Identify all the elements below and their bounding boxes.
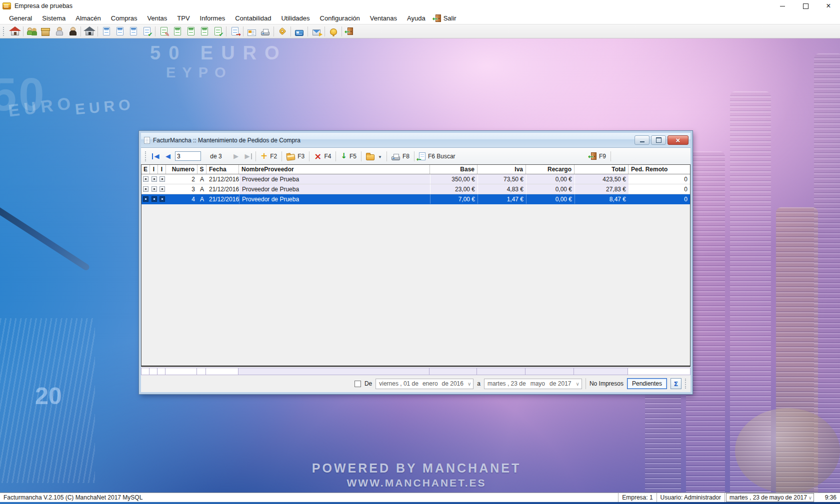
menu-item-general[interactable]: General bbox=[4, 13, 37, 23]
child-close-button[interactable] bbox=[668, 135, 688, 145]
exit-window-button[interactable]: F9 bbox=[588, 150, 609, 162]
column-header-i1[interactable]: I bbox=[150, 165, 158, 174]
menu-item-almacen[interactable]: Almacén bbox=[70, 13, 106, 23]
date-to-dropdown[interactable]: martes , 23 de mayo de 2017 ∨ bbox=[484, 379, 582, 389]
column-header-base[interactable]: Base bbox=[430, 165, 478, 174]
customer-button[interactable] bbox=[52, 25, 66, 38]
exit-button[interactable] bbox=[344, 25, 357, 38]
sales-doc-2-button[interactable] bbox=[184, 25, 198, 38]
open-record-button[interactable]: F3 bbox=[284, 150, 308, 162]
menu-item-utilidades[interactable]: Utilidades bbox=[276, 13, 314, 23]
row-flag-e-button[interactable] bbox=[143, 176, 148, 182]
home-button[interactable] bbox=[8, 25, 22, 38]
resize-grip[interactable] bbox=[685, 379, 688, 389]
totals-button[interactable]: Σ bbox=[670, 378, 682, 389]
sales-doc-edit-button[interactable] bbox=[157, 25, 170, 38]
column-header-e[interactable]: E bbox=[142, 165, 150, 174]
row-flag-i1-button[interactable] bbox=[152, 186, 157, 192]
print-record-button[interactable]: F8 bbox=[388, 150, 412, 162]
row-flag-i1-button[interactable] bbox=[152, 176, 157, 182]
maximize-button[interactable] bbox=[794, 0, 817, 12]
price-tag-button[interactable] bbox=[276, 25, 289, 38]
row-flag-i2-button[interactable] bbox=[160, 176, 165, 182]
table-row[interactable]: 2 A 21/12/2016 Proveedor de Prueba 350,0… bbox=[142, 174, 690, 184]
date-filter-checkbox[interactable] bbox=[354, 381, 361, 387]
menu-item-salir[interactable]: Salir bbox=[430, 13, 462, 23]
send-mail-button[interactable] bbox=[310, 25, 323, 38]
column-header-total[interactable]: Total bbox=[574, 165, 628, 174]
supplier-button[interactable] bbox=[66, 25, 79, 38]
menu-item-configuracion[interactable]: Configuración bbox=[315, 13, 365, 23]
purchase-doc-3-button[interactable] bbox=[126, 25, 140, 38]
previous-record-button[interactable] bbox=[162, 151, 174, 162]
download-button[interactable]: F5 bbox=[338, 150, 360, 162]
separator bbox=[155, 26, 156, 36]
record-number-input[interactable] bbox=[175, 151, 201, 161]
next-record-button[interactable] bbox=[230, 151, 242, 162]
close-button[interactable] bbox=[817, 0, 840, 12]
sales-doc-1-button[interactable] bbox=[170, 25, 184, 38]
separator bbox=[414, 151, 414, 161]
table-row-selected[interactable]: 4 A 21/12/2016 Proveedor de Prueba 7,00 … bbox=[142, 194, 690, 204]
print-button[interactable] bbox=[258, 25, 272, 38]
column-header-numero[interactable]: Numero bbox=[166, 165, 198, 174]
child-minimize-button[interactable] bbox=[634, 135, 650, 145]
report-button[interactable] bbox=[245, 25, 258, 38]
pendientes-button[interactable]: Pendientes bbox=[627, 378, 667, 389]
purchase-doc-1-button[interactable] bbox=[100, 25, 113, 38]
date-from-dropdown[interactable]: viernes , 01 de enero de 2016 ∨ bbox=[376, 379, 474, 389]
folder-menu-button[interactable] bbox=[363, 150, 385, 162]
row-flag-e-button[interactable] bbox=[143, 186, 148, 192]
column-header-iva[interactable]: Iva bbox=[478, 165, 526, 174]
menu-item-informes[interactable]: Informes bbox=[195, 13, 230, 23]
search-button[interactable]: F6 Buscar bbox=[416, 150, 458, 162]
column-header-proveedor[interactable]: NombreProveedor bbox=[239, 165, 430, 174]
delete-record-button[interactable]: F4 bbox=[311, 150, 334, 162]
separator bbox=[80, 26, 81, 36]
menu-item-sistema[interactable]: Sistema bbox=[37, 13, 70, 23]
purchase-doc-check-button[interactable] bbox=[140, 25, 154, 38]
toolbar-grip[interactable] bbox=[3, 27, 6, 36]
first-record-button[interactable] bbox=[150, 151, 162, 162]
sales-doc-3-button[interactable] bbox=[198, 25, 211, 38]
toolbar-grip[interactable] bbox=[145, 151, 148, 161]
row-flag-e-button[interactable] bbox=[143, 196, 148, 202]
row-flag-i1-button[interactable] bbox=[152, 196, 157, 202]
clients-button[interactable] bbox=[25, 25, 38, 38]
separator bbox=[282, 151, 282, 161]
column-header-fecha[interactable]: Fecha bbox=[206, 165, 239, 174]
warehouse-button[interactable] bbox=[82, 25, 96, 38]
footer-cell bbox=[166, 368, 197, 375]
child-titlebar[interactable]: FacturMancha :: Mantenimiento de Pedidos… bbox=[141, 133, 690, 148]
column-header-recargo[interactable]: Recargo bbox=[526, 165, 574, 174]
add-record-button[interactable]: F2 bbox=[258, 150, 280, 162]
doc-export-button[interactable] bbox=[228, 25, 242, 38]
column-header-s[interactable]: S bbox=[198, 165, 206, 174]
table-row[interactable]: 3 A 21/12/2016 Proveedor de Prueba 23,00… bbox=[142, 184, 690, 194]
status-date-day: martes , 23 de bbox=[730, 494, 768, 501]
child-maximize-button[interactable] bbox=[651, 135, 666, 145]
id-card-button[interactable] bbox=[292, 25, 306, 38]
minimize-button[interactable] bbox=[771, 0, 794, 12]
last-record-button[interactable] bbox=[242, 151, 254, 162]
empresa-panel: Empresa: 1 bbox=[618, 493, 656, 502]
menu-item-ventas[interactable]: Ventas bbox=[142, 13, 172, 23]
purchase-doc-2-button[interactable] bbox=[113, 25, 126, 38]
open-record-label: F3 bbox=[298, 153, 304, 160]
row-flag-i2-button[interactable] bbox=[160, 196, 165, 202]
column-header-ped-remoto[interactable]: Ped. Remoto bbox=[628, 165, 690, 174]
alerts-button[interactable] bbox=[326, 25, 340, 38]
stock-button[interactable] bbox=[38, 25, 52, 38]
menu-item-ventanas[interactable]: Ventanas bbox=[365, 13, 402, 23]
separator bbox=[342, 26, 342, 36]
row-flag-i2-button[interactable] bbox=[160, 186, 165, 192]
menu-item-contabilidad[interactable]: Contabilidad bbox=[230, 13, 276, 23]
menu-item-ayuda[interactable]: Ayuda bbox=[402, 13, 430, 23]
decor-text: 50 EURO bbox=[150, 42, 288, 64]
status-date-dropdown[interactable]: martes , 23 de mayo de 2017 ∨ bbox=[726, 493, 814, 502]
date-to-day: martes , 23 de bbox=[488, 380, 526, 387]
column-header-i2[interactable]: I bbox=[158, 165, 166, 174]
menu-item-tpv[interactable]: TPV bbox=[172, 13, 194, 23]
menu-item-compras[interactable]: Compras bbox=[106, 13, 142, 23]
sales-doc-check-button[interactable] bbox=[211, 25, 224, 38]
